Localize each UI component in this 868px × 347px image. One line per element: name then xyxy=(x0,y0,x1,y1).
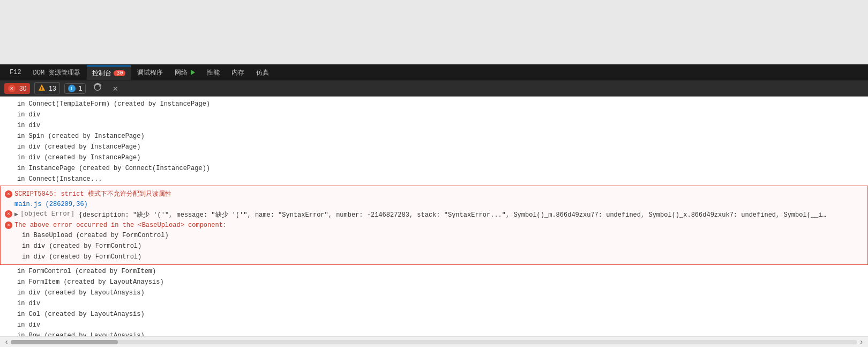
tab-memory[interactable]: 内存 xyxy=(226,66,250,79)
tab-console-label: 控制台 xyxy=(92,69,111,78)
f12-label: F12 xyxy=(10,69,21,76)
warn-icon: ! xyxy=(38,84,46,93)
info-icon: i xyxy=(68,85,76,92)
log-line: in div xyxy=(0,109,868,120)
warn-filter-button[interactable]: ! 13 xyxy=(34,82,59,94)
log-line: in div (created by InstancePage) xyxy=(0,152,868,163)
network-play-icon xyxy=(191,70,195,75)
log-line-after-1: in FormControl (created by FormItem) xyxy=(0,266,868,277)
error-count: 30 xyxy=(19,85,26,92)
log-line: in div (created by InstancePage) xyxy=(0,142,868,152)
log-line-after-6: in div xyxy=(0,320,868,330)
tab-network-label: 网络 xyxy=(175,68,188,77)
tab-dom-label: DOM 资源管理器 xyxy=(33,68,81,77)
log-line: in Connect(Instance... xyxy=(0,174,868,184)
error-stack-3: in div (created by FormControl) xyxy=(5,252,863,262)
error-block: ✕ SCRIPT5045: strict 模式下不允许分配到只读属性 main.… xyxy=(0,186,868,265)
tab-memory-label: 内存 xyxy=(231,68,244,77)
tab-network[interactable]: 网络 xyxy=(169,66,200,79)
object-error-content: {description: "缺少 '('", message: "缺少 '('… xyxy=(79,210,829,219)
scrollbar-track[interactable] xyxy=(11,340,857,344)
log-line-after-3: in div (created by LayoutAnaysis) xyxy=(0,287,868,298)
info-count: 1 xyxy=(79,85,83,92)
tab-emulation-label: 仿真 xyxy=(256,68,269,77)
error-line-3: ✕ ▶ [object Error] {description: "缺少 '('… xyxy=(5,209,863,220)
warn-count: 13 xyxy=(49,85,56,92)
log-line-after-5: in Col (created by LayoutAnaysis) xyxy=(0,309,868,320)
log-line: in Spin (created by InstancePage) xyxy=(0,131,868,142)
devtools-toolbar: F12 DOM 资源管理器 控制台 30 调试程序 网络 性能 内存 仿真 xyxy=(0,64,868,80)
log-line-after-4: in div xyxy=(0,298,868,309)
scrollbar-thumb[interactable] xyxy=(11,340,118,344)
console-content: in Connect(TemplateForm) (created by Ins… xyxy=(0,97,868,336)
scroll-right-arrow[interactable]: › xyxy=(857,338,866,346)
log-line: in Connect(TemplateForm) (created by Ins… xyxy=(0,99,868,109)
clear-console-button[interactable]: ✕ xyxy=(109,82,121,95)
error-stack-2: in div (created by FormControl) xyxy=(5,241,863,252)
error-filter-button[interactable]: ✕ 30 xyxy=(4,83,30,94)
console-sub-toolbar: ✕ 30 ! 13 i 1 ✕ xyxy=(0,80,868,97)
tab-performance[interactable]: 性能 xyxy=(201,66,225,79)
tab-performance-label: 性能 xyxy=(207,68,220,77)
svg-text:!: ! xyxy=(41,86,43,91)
error-line-2: main.js (286209,36) xyxy=(5,200,863,209)
error-file-link[interactable]: main.js (286209,36) xyxy=(14,201,88,208)
tab-debugger[interactable]: 调试程序 xyxy=(132,66,168,79)
error-stack-1: in BaseUpload (created by FormControl) xyxy=(5,230,863,241)
error-line-1: ✕ SCRIPT5045: strict 模式下不允许分配到只读属性 xyxy=(5,188,863,200)
tab-dom[interactable]: DOM 资源管理器 xyxy=(28,66,86,79)
error-icon-1: ✕ xyxy=(5,190,12,198)
error-icon-2: ✕ xyxy=(5,210,12,218)
log-line-after-2: in FormItem (created by LayoutAnaysis) xyxy=(0,277,868,287)
tab-emulation[interactable]: 仿真 xyxy=(251,66,274,79)
tab-f12[interactable]: F12 xyxy=(4,67,27,78)
log-line-after-7: in Row (created by LayoutAnaysis) xyxy=(0,330,868,336)
tab-debugger-label: 调试程序 xyxy=(137,68,163,77)
horizontal-scrollbar[interactable]: ‹ › xyxy=(0,336,868,347)
refresh-button[interactable] xyxy=(90,82,105,95)
error-icon: ✕ xyxy=(8,85,16,92)
object-error-label: [object Error] xyxy=(20,210,74,218)
tab-console[interactable]: 控制台 30 xyxy=(87,65,131,80)
browser-top-area xyxy=(0,0,868,64)
error-msg-4: The above error occurred in the <BaseUpl… xyxy=(14,222,227,229)
log-line: in div xyxy=(0,120,868,131)
error-line-4: ✕ The above error occurred in the <BaseU… xyxy=(5,220,863,230)
scroll-left-arrow[interactable]: ‹ xyxy=(2,338,11,346)
log-line: in InstancePage (created by Connect(Inst… xyxy=(0,163,868,174)
error-icon-3: ✕ xyxy=(5,222,12,229)
error-msg-1: SCRIPT5045: strict 模式下不允许分配到只读属性 xyxy=(14,189,171,198)
info-filter-button[interactable]: i 1 xyxy=(64,83,86,94)
console-error-badge: 30 xyxy=(114,70,125,76)
expand-arrow-2[interactable]: ▶ xyxy=(14,210,18,218)
